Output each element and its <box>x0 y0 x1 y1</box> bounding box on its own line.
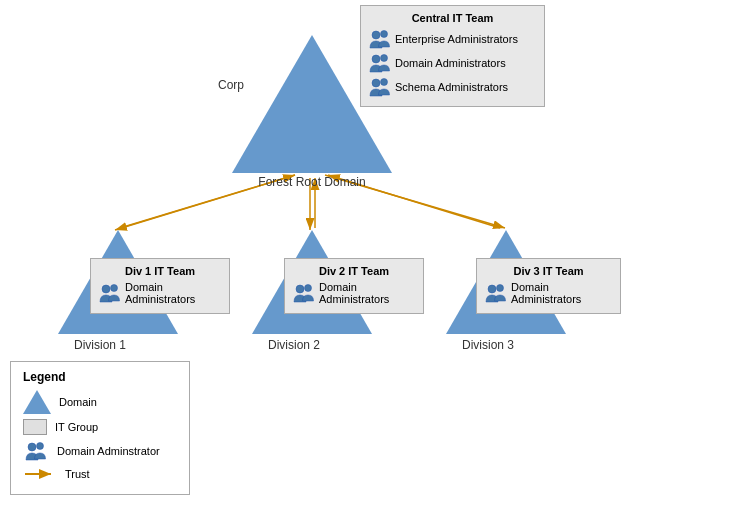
svg-point-13 <box>102 285 110 293</box>
legend-trust: Trust <box>23 467 177 481</box>
legend-trust-label: Trust <box>65 468 90 480</box>
person-icon-div1 <box>99 282 121 304</box>
div2-it-team-box: Div 2 IT Team DomainAdministrators <box>284 258 424 314</box>
legend-title: Legend <box>23 370 177 384</box>
legend-domain-admin: Domain Adminstrator <box>23 440 177 462</box>
person-icon-div2 <box>293 282 315 304</box>
div3-it-item-1: DomainAdministrators <box>485 281 612 305</box>
diagram: Corp Forest Root Domain Central IT Team … <box>0 0 738 390</box>
div3-it-team-box: Div 3 IT Team DomainAdministrators <box>476 258 621 314</box>
div2-it-team-title: Div 2 IT Team <box>293 265 415 277</box>
legend-arrow-icon <box>23 467 57 481</box>
forest-root-label: Forest Root Domain <box>232 175 392 189</box>
svg-point-16 <box>305 285 312 292</box>
central-it-item-2: Domain Administrators <box>369 52 536 74</box>
svg-point-9 <box>372 55 380 63</box>
legend-domain-admin-label: Domain Adminstrator <box>57 445 160 457</box>
div1-it-item-1: DomainAdministrators <box>99 281 221 305</box>
legend-person-icon <box>23 440 49 462</box>
central-it-item-3-label: Schema Administrators <box>395 81 508 93</box>
legend-it-group-label: IT Group <box>55 421 98 433</box>
svg-point-20 <box>37 443 44 450</box>
div2-it-item-1: DomainAdministrators <box>293 281 415 305</box>
div1-it-team-title: Div 1 IT Team <box>99 265 221 277</box>
svg-point-7 <box>372 31 380 39</box>
div3-it-item-1-label: DomainAdministrators <box>511 281 581 305</box>
legend-domain-label: Domain <box>59 396 97 408</box>
central-it-item-1: Enterprise Administrators <box>369 28 536 50</box>
svg-point-12 <box>381 79 388 86</box>
person-icon-3 <box>369 76 391 98</box>
central-it-item-1-label: Enterprise Administrators <box>395 33 518 45</box>
person-icon-2 <box>369 52 391 74</box>
svg-point-15 <box>296 285 304 293</box>
svg-point-10 <box>381 55 388 62</box>
division1-label: Division 1 <box>40 338 160 352</box>
division2-label: Division 2 <box>234 338 354 352</box>
legend-box-icon <box>23 419 47 435</box>
person-icon-1 <box>369 28 391 50</box>
central-it-team-box: Central IT Team Enterprise Administrator… <box>360 5 545 107</box>
central-it-item-3: Schema Administrators <box>369 76 536 98</box>
legend-it-group: IT Group <box>23 419 177 435</box>
legend: Legend Domain IT Group Domain Adminstrat… <box>10 361 190 495</box>
div2-it-item-1-label: DomainAdministrators <box>319 281 389 305</box>
svg-point-17 <box>488 285 496 293</box>
svg-point-8 <box>381 31 388 38</box>
central-it-team-title: Central IT Team <box>369 12 536 24</box>
div1-it-item-1-label: DomainAdministrators <box>125 281 195 305</box>
central-it-item-2-label: Domain Administrators <box>395 57 506 69</box>
legend-domain: Domain <box>23 390 177 414</box>
person-icon-div3 <box>485 282 507 304</box>
svg-point-14 <box>111 285 118 292</box>
legend-triangle-icon <box>23 390 51 414</box>
svg-point-18 <box>497 285 504 292</box>
svg-point-19 <box>28 443 36 451</box>
svg-point-11 <box>372 79 380 87</box>
division3-label: Division 3 <box>428 338 548 352</box>
div1-it-team-box: Div 1 IT Team DomainAdministrators <box>90 258 230 314</box>
div3-it-team-title: Div 3 IT Team <box>485 265 612 277</box>
